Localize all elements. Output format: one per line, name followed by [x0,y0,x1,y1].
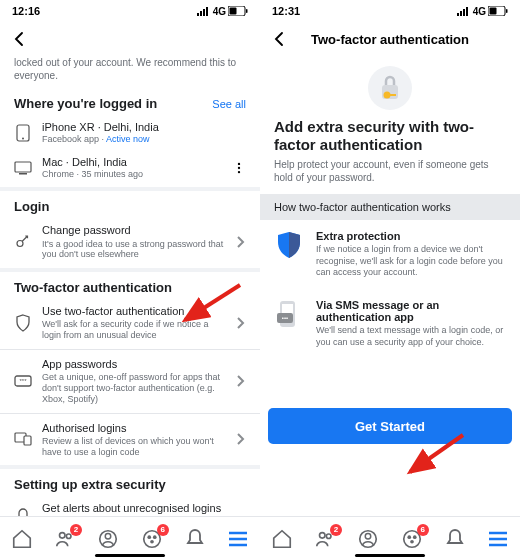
svg-point-51 [410,539,414,543]
home-indicator [95,554,165,557]
session-meta: Facebook app · Active now [42,134,246,144]
home-indicator [355,554,425,557]
section-title: Where you're logged in [14,96,157,111]
chevron-right-icon [236,316,246,330]
see-all-link[interactable]: See all [212,98,246,110]
tab-groups[interactable]: 6 [399,526,425,552]
sessions-header: Where you're logged in See all [0,90,260,115]
back-icon[interactable] [10,30,28,48]
session-row[interactable]: iPhone XR · Delhi, India Facebook app · … [0,115,260,150]
svg-rect-0 [197,13,199,16]
svg-point-14 [17,241,23,247]
row-desc: Get a unique, one-off password for apps … [42,372,226,404]
svg-rect-2 [203,9,205,16]
svg-point-44 [319,532,325,538]
settings-content: locked out of your account. We recommend… [0,56,260,516]
tab-friends[interactable]: 2 [52,526,78,552]
tab-groups[interactable]: 6 [139,526,165,552]
hero-image [260,56,520,118]
svg-rect-3 [206,7,208,16]
nav-bar: Two-factor authentication [260,22,520,56]
svg-point-22 [106,533,112,539]
svg-rect-10 [19,173,27,175]
network-label: 4G [473,6,486,17]
tab-profile[interactable] [95,526,121,552]
session-device: Mac · Delhi, India [42,156,222,169]
svg-rect-1 [200,11,202,16]
nav-title: Two-factor authentication [260,32,520,47]
feature-extra-protection: Extra protection If we notice a login fr… [260,220,520,289]
svg-rect-39 [389,94,396,96]
feature-title: Extra protection [316,230,506,242]
tab-notifications[interactable] [442,526,468,552]
svg-point-11 [238,163,240,165]
key-icon [14,233,32,251]
svg-point-50 [413,535,417,539]
truncated-text: locked out of your account. We recommend… [0,56,260,90]
feature-sms-app: ••• Via SMS message or an authentication… [260,289,520,358]
svg-rect-18 [24,436,31,445]
signal-icon [197,7,211,16]
app-passwords-row[interactable]: *** App passwords Get a unique, one-off … [0,352,260,411]
lock-key-icon [377,73,403,103]
phone-sms-icon: ••• [274,299,304,329]
tab-home[interactable] [269,526,295,552]
svg-rect-31 [460,11,462,16]
tab-notifications[interactable] [182,526,208,552]
svg-point-25 [153,535,157,539]
change-password-row[interactable]: Change password It's a good idea to use … [0,218,260,266]
svg-rect-6 [246,9,248,13]
alerts-row[interactable]: Get alerts about unrecognised logins We'… [0,496,260,516]
svg-rect-35 [490,8,497,15]
hero-title: Add extra security with two-factor authe… [260,118,520,158]
row-title: Get alerts about unrecognised logins [42,502,246,515]
feature-desc: If we notice a login from a device we do… [316,244,506,279]
svg-rect-30 [457,13,459,16]
signal-icon [457,7,471,16]
status-time: 12:31 [272,5,300,17]
session-row[interactable]: Mac · Delhi, India Chrome · 35 minutes a… [0,150,260,185]
svg-rect-9 [15,162,31,172]
row-title: Authorised logins [42,422,226,435]
row-desc: We'll ask for a security code if we noti… [42,319,226,341]
feature-desc: We'll send a text message with a login c… [316,325,506,348]
chevron-right-icon [236,374,246,388]
row-title: Use two-factor authentication [42,305,226,318]
get-started-button[interactable]: Get Started [268,408,512,444]
tab-friends[interactable]: 2 [312,526,338,552]
more-icon[interactable] [232,161,246,175]
status-right: 4G [457,6,508,17]
badge: 6 [417,524,429,536]
status-bar: 12:16 4G [0,0,260,22]
tab-profile[interactable] [355,526,381,552]
svg-point-8 [22,137,24,139]
use-2fa-row[interactable]: Use two-factor authentication We'll ask … [0,299,260,347]
shield-icon [274,230,304,260]
intro-content: Add extra security with two-factor authe… [260,56,520,516]
nav-bar [0,22,260,56]
badge: 6 [157,524,169,536]
password-icon: *** [14,372,32,390]
section-title: Login [14,199,49,214]
tab-menu[interactable] [485,526,511,552]
svg-point-12 [238,167,240,169]
how-it-works-band: How two-factor authentication works [260,194,520,220]
battery-icon [228,6,248,16]
svg-rect-36 [506,9,508,13]
svg-point-13 [238,171,240,173]
row-desc: Review a list of devices on which you wo… [42,436,226,458]
authorised-logins-row[interactable]: Authorised logins Review a list of devic… [0,416,260,464]
tab-home[interactable] [9,526,35,552]
settings-screen: 12:16 4G locked out of your account. We … [0,0,260,560]
phone-icon [14,124,32,142]
svg-rect-32 [463,9,465,16]
svg-point-47 [366,533,372,539]
badge: 2 [330,524,342,536]
hero-desc: Help protect your account, even if someo… [260,158,520,194]
row-title: App passwords [42,358,226,371]
svg-point-45 [326,533,331,538]
session-meta: Chrome · 35 minutes ago [42,169,222,179]
bell-icon [14,506,32,516]
tab-menu[interactable] [225,526,251,552]
svg-rect-33 [466,7,468,16]
